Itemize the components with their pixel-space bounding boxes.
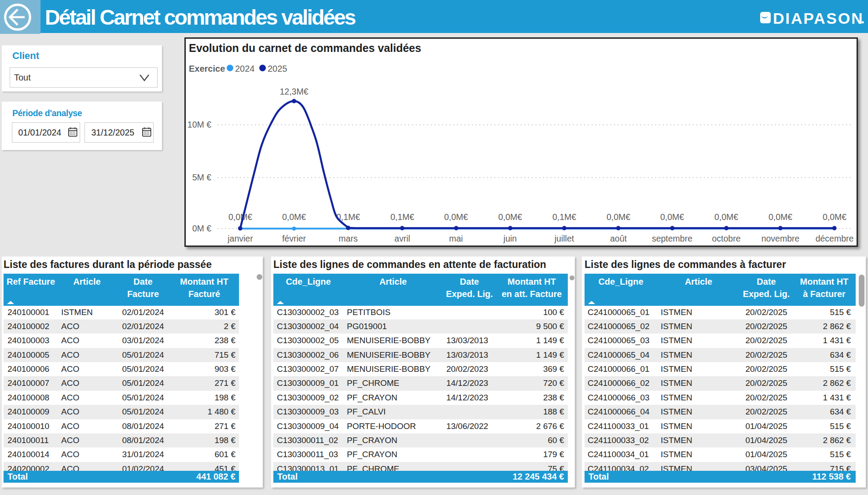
svg-text:novembre: novembre — [761, 234, 800, 243]
svg-text:décembre: décembre — [816, 234, 854, 243]
svg-text:0,0M€: 0,0M€ — [228, 212, 252, 222]
svg-text:0,1M€: 0,1M€ — [390, 212, 414, 222]
svg-text:0M €: 0M € — [192, 224, 212, 233]
svg-text:juin: juin — [503, 234, 517, 243]
svg-text:août: août — [610, 234, 627, 243]
svg-text:0,0M€: 0,0M€ — [282, 212, 306, 222]
svg-text:0,0M€: 0,0M€ — [444, 212, 468, 222]
svg-text:octobre: octobre — [712, 234, 740, 243]
svg-text:mars: mars — [338, 234, 358, 243]
svg-text:0,0M€: 0,0M€ — [660, 212, 684, 222]
svg-text:janvier: janvier — [227, 234, 253, 243]
svg-text:0,1M€: 0,1M€ — [552, 212, 576, 222]
svg-text:0,0M€: 0,0M€ — [769, 212, 792, 222]
svg-text:juillet: juillet — [554, 234, 574, 243]
svg-text:12,3M€: 12,3M€ — [280, 87, 308, 96]
svg-text:mai: mai — [449, 234, 463, 243]
svg-text:0,0M€: 0,0M€ — [823, 212, 846, 222]
svg-text:septembre: septembre — [652, 234, 692, 243]
svg-text:5M €: 5M € — [192, 172, 212, 182]
svg-text:février: février — [282, 234, 306, 243]
svg-text:0,0M€: 0,0M€ — [607, 212, 630, 222]
svg-text:0,0M€: 0,0M€ — [498, 212, 522, 222]
svg-text:avril: avril — [394, 234, 410, 243]
svg-text:10M €: 10M € — [188, 120, 211, 129]
svg-text:DIAPASON: DIAPASON — [773, 11, 864, 25]
svg-text:0,0M€: 0,0M€ — [714, 212, 738, 222]
